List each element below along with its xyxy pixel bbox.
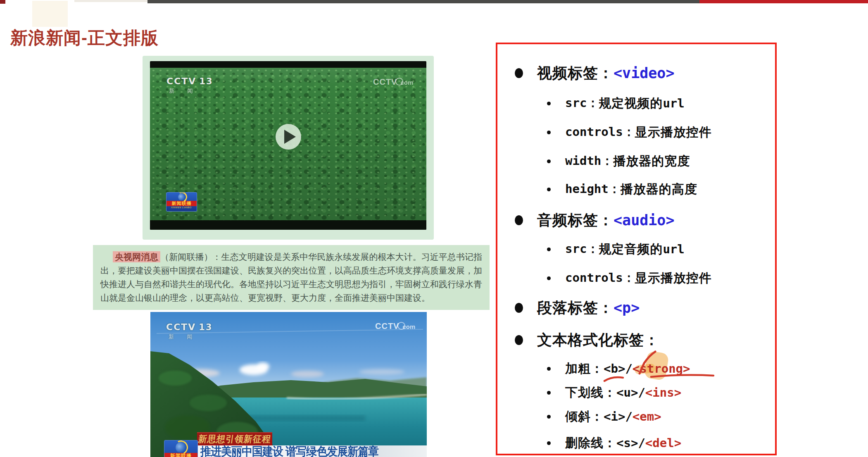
red-underline-annotation bbox=[650, 373, 715, 379]
note-line: src：规定视频的url bbox=[547, 93, 685, 113]
xinwen-lianbo-logo: 新闻联播 XINWEN LIANBO bbox=[164, 440, 198, 457]
bullet-icon bbox=[547, 415, 551, 419]
play-icon bbox=[284, 130, 296, 144]
code-tag: controls： bbox=[565, 124, 635, 140]
bullet-icon bbox=[547, 441, 551, 445]
note-line: controls：显示播放控件 bbox=[547, 268, 712, 288]
code-tag: height： bbox=[565, 181, 621, 198]
cctv-com-watermark: CCTVcom bbox=[375, 322, 415, 330]
label-text: 规定音频的 bbox=[599, 241, 663, 258]
code-tag: src： bbox=[565, 95, 599, 112]
note-line: controls：显示播放控件 bbox=[547, 122, 712, 142]
news-headline-bar: 推进美丽中国建设 谱写绿色发展新篇章 bbox=[197, 445, 427, 457]
code-tag: / bbox=[638, 436, 645, 450]
label-text: 显示播放控件 bbox=[635, 270, 712, 287]
code-tag: width： bbox=[565, 153, 613, 169]
note-line: 音频标签：<audio> bbox=[515, 210, 675, 230]
label-text: 删除线： bbox=[565, 435, 616, 452]
code-tag: <audio> bbox=[614, 212, 675, 228]
bullet-icon bbox=[547, 367, 551, 371]
play-button[interactable] bbox=[276, 124, 301, 150]
code-tag: url bbox=[663, 242, 684, 256]
code-tag: controls： bbox=[565, 270, 635, 286]
bullet-icon bbox=[547, 248, 551, 251]
label-text: 倾斜： bbox=[565, 408, 604, 425]
label-text: 播放器的高度 bbox=[621, 181, 697, 198]
note-line: height：播放器的高度 bbox=[547, 179, 697, 199]
bullet-icon bbox=[547, 102, 551, 105]
label-text: 下划线： bbox=[565, 384, 616, 401]
bullet-icon bbox=[547, 131, 551, 134]
label-text: 显示播放控件 bbox=[635, 124, 712, 141]
xinwen-lianbo-logo: 新闻联播 XINWEN LIANBO bbox=[166, 192, 197, 212]
cctv13-logo: CCTV13 新 闻 bbox=[166, 323, 213, 339]
bullet-icon bbox=[515, 335, 523, 345]
label-text: 文本格式化标签： bbox=[537, 330, 659, 350]
code-tag: <i> bbox=[604, 409, 625, 424]
label-text: 音频标签： bbox=[537, 210, 614, 231]
note-line: 下划线：<u> / <ins> bbox=[547, 383, 681, 402]
code-tag: <u> bbox=[616, 386, 638, 400]
video-player-frame: CCTV13 新 闻 CCTVcom 新闻联播 XINWEN LIANBO bbox=[143, 56, 434, 240]
code-tag: / bbox=[625, 409, 632, 424]
code-tag: <em> bbox=[633, 409, 661, 424]
code-tag: <p> bbox=[614, 300, 640, 316]
code-tag: <del> bbox=[645, 436, 681, 450]
forest-video-player[interactable]: CCTV13 新 闻 CCTVcom 新闻联播 XINWEN LIANBO bbox=[150, 61, 426, 230]
code-tag: / bbox=[638, 386, 645, 400]
bullet-icon bbox=[547, 391, 551, 395]
note-line: width：播放器的宽度 bbox=[547, 151, 690, 171]
top-left-red-mark bbox=[0, 0, 5, 4]
cctv-com-watermark: CCTVcom bbox=[373, 78, 413, 86]
top-toolbar-strip bbox=[147, 0, 699, 3]
bullet-icon bbox=[515, 68, 523, 78]
label-text: 规定视频的 bbox=[599, 95, 663, 112]
page-title: 新浪新闻-正文排版 bbox=[10, 26, 159, 50]
globe-icon bbox=[178, 193, 185, 201]
note-line: 视频标签：<video> bbox=[515, 63, 675, 83]
code-tag: url bbox=[663, 96, 684, 110]
note-line: 倾斜：<i> / <em> bbox=[547, 407, 661, 426]
red-check-annotation bbox=[637, 350, 658, 376]
cream-smudge bbox=[32, 1, 68, 27]
note-line: 加粗：<b> / <strong> bbox=[547, 359, 690, 378]
red-tick-annotation bbox=[603, 375, 625, 383]
code-tag: <b> bbox=[604, 362, 625, 376]
bullet-icon bbox=[515, 215, 523, 225]
code-tag: <s> bbox=[616, 436, 638, 450]
code-tag: <ins> bbox=[645, 386, 681, 400]
code-tag: <video> bbox=[614, 65, 675, 81]
label-text: 视频标签： bbox=[537, 63, 614, 83]
code-tag: / bbox=[625, 362, 632, 376]
note-line: 文本格式化标签： bbox=[515, 330, 659, 350]
bullet-icon bbox=[547, 276, 551, 280]
video-letterbox-bar bbox=[150, 220, 426, 230]
label-text: 加粗： bbox=[565, 360, 604, 377]
note-line: 删除线：<s> / <del> bbox=[547, 433, 681, 453]
label-text: 段落标签： bbox=[537, 298, 614, 318]
code-tag: src： bbox=[565, 241, 599, 257]
news-topic-banner: 新思想引领新征程 bbox=[197, 432, 272, 445]
article-paragraph: 央视网消息（新闻联播）：生态文明建设是关系中华民族永续发展的根本大计。习近平总书… bbox=[100, 250, 482, 305]
bullet-icon bbox=[515, 303, 523, 313]
highlighted-source: 央视网消息 bbox=[113, 251, 160, 262]
note-line: src：规定音频的url bbox=[547, 239, 685, 259]
coast-video-player[interactable]: CCTV13 新 闻 CCTVcom 新思想引领新征程 推进美丽中国建设 谱写绿… bbox=[150, 312, 427, 457]
bullet-icon bbox=[547, 159, 551, 163]
top-toolbar-strip-red bbox=[699, 0, 868, 3]
note-line: 段落标签：<p> bbox=[515, 298, 640, 318]
globe-icon bbox=[176, 442, 186, 453]
article-paragraph-block: 央视网消息（新闻联播）：生态文明建设是关系中华民族永续发展的根本大计。习近平总书… bbox=[93, 245, 490, 310]
bullet-icon bbox=[547, 188, 551, 191]
label-text: 播放器的宽度 bbox=[613, 153, 690, 170]
cctv13-logo: CCTV13 新 闻 bbox=[166, 77, 213, 93]
